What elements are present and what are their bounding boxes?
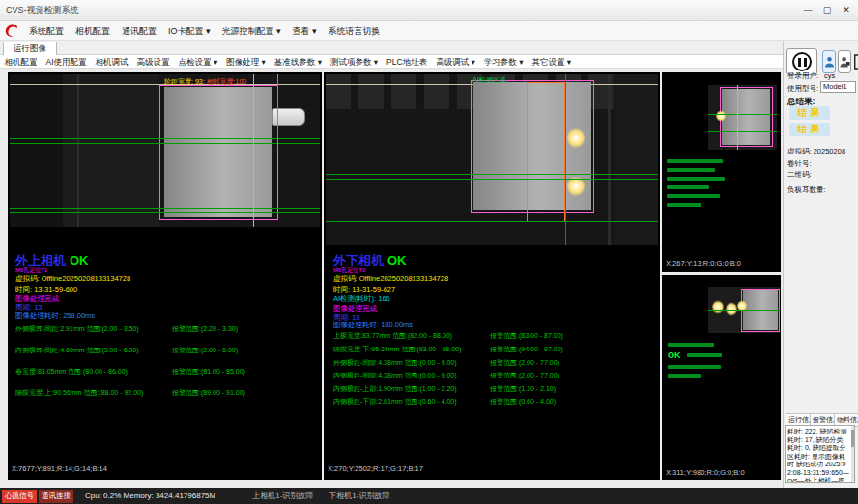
measure-line-green xyxy=(10,138,320,139)
menu-language-switch[interactable]: 系统语言切换 xyxy=(323,21,386,41)
log-scrollbar[interactable] xyxy=(851,426,854,482)
thumbnail-image-top[interactable] xyxy=(708,85,777,150)
elapsed-line: 图像处理耗时: 180.00ms xyxy=(333,321,413,330)
title-bar: CVS-视觉检测系统 — ▢ ✕ xyxy=(0,0,858,21)
menu-light-config[interactable]: 光源控制配置 ▾ xyxy=(216,21,287,41)
result-text-line xyxy=(668,343,714,347)
tool-other-settings[interactable]: 其它设置 ▾ xyxy=(528,55,576,69)
tool-ai-config[interactable]: AI使用配置 xyxy=(42,55,91,69)
window-controls: — ▢ ✕ xyxy=(798,2,856,17)
highlight-glow xyxy=(567,127,585,149)
tool-advanced-debug[interactable]: 高级调试 ▾ xyxy=(432,55,480,69)
annotation-yellow: 轮距宽度: 93; xyxy=(164,78,205,85)
elapsed-line: 图像处理耗时: 258.00ms xyxy=(15,311,95,321)
tool-baseline-params[interactable]: 基准线参数 ▾ xyxy=(270,55,326,69)
menu-system-config[interactable]: 系统配置 xyxy=(23,21,70,41)
camera-name: 外下相机 xyxy=(333,253,384,267)
alarm-range: 报警范围:(1.10 - 2.10) xyxy=(490,384,556,394)
menu-camera-config[interactable]: 相机配置 xyxy=(70,21,116,41)
measure-value: 外侧极耳-间距:2.91mm 范围:(2.00 - 3.50) xyxy=(15,324,139,334)
measure-value: 内侧极距-下部:2.61mm 范围:(0.60 - 4.00) xyxy=(333,397,457,406)
pixel-coords-readout: X:311;Y:980;R:0;G:0;B:0 xyxy=(666,468,745,477)
result-text-line xyxy=(667,203,701,207)
user-gear-icon xyxy=(840,55,850,69)
tab-run-image[interactable]: 运行图像 xyxy=(3,42,57,55)
result-text-line xyxy=(668,374,701,378)
virtual-code-line: 虚拟码: Offline20250208133134728 xyxy=(333,274,448,284)
measure-line-green xyxy=(10,212,320,213)
highlight-glow xyxy=(712,300,724,314)
minimize-button[interactable]: — xyxy=(798,2,817,17)
virtual-code-label-text: 虚拟码: xyxy=(787,147,812,155)
image-shade xyxy=(10,74,63,227)
user-manage-button[interactable] xyxy=(838,50,851,73)
alarm-range: 报警范围:(83.00 - 87.00) xyxy=(490,331,563,341)
camera-image-upper[interactable]: 轮距宽度: 93; 相邻宽度:100 xyxy=(10,74,320,227)
measure-line-green-v xyxy=(565,74,566,245)
run-info-log[interactable]: 耗时: 222, 缺陷检测耗时: 17, 缺陷分类耗时: 0, 缺陷提取分区耗时… xyxy=(785,425,855,483)
measure-row: 内侧极距-下部:2.61mm 范围:(0.60 - 4.00) 报警范围:(0.… xyxy=(333,397,652,406)
app-logo-icon xyxy=(4,23,21,39)
result-text-line xyxy=(667,177,725,181)
roi-outline-magenta xyxy=(159,85,278,220)
close-button[interactable]: ✕ xyxy=(837,2,856,17)
time-line: 时间: 13-31-59-627 xyxy=(333,285,395,294)
negative-tab-count-label: 负极耳数量: xyxy=(787,185,826,195)
measure-line-green xyxy=(708,131,777,132)
tool-plc-address[interactable]: PLC地址表 xyxy=(383,55,432,69)
thumbnail-panel-top: X:267;Y:13;R:0;G:0;B:0 xyxy=(662,72,781,272)
status-bar: 心跳信号 通讯连接 Cpu: 0.2% Memory: 3424.4179687… xyxy=(0,488,858,504)
result-text-line xyxy=(668,365,721,369)
tool-learning-params[interactable]: 学习参数 ▾ xyxy=(479,55,528,69)
user-login-button[interactable] xyxy=(822,50,836,73)
qr-code-label: 二维码: xyxy=(787,170,812,180)
annotation-red: 相邻宽度:100 xyxy=(207,78,247,85)
measure-line-green xyxy=(326,221,658,222)
measure-line-green xyxy=(10,143,320,144)
virtual-code-line: 虚拟码: Offline20250208133134728 xyxy=(15,274,130,284)
tool-spot-check[interactable]: 点检设置 ▾ xyxy=(174,55,222,69)
comm-status-badge: 通讯连接 xyxy=(39,490,73,503)
measure-value: 内侧极耳-间距:4.60mm 范围:(3.00 - 6.00) xyxy=(15,346,139,355)
alarm-range: 报警范围:(0.60 - 4.00) xyxy=(490,397,556,406)
pause-icon xyxy=(792,52,812,71)
user-icon xyxy=(824,55,835,69)
tool-test-params[interactable]: 测试项参数 ▾ xyxy=(326,55,382,69)
camera-image-lower[interactable]: AI检测区域 xyxy=(326,74,658,245)
model-field[interactable]: Model1 xyxy=(820,81,856,93)
ai-region-label: AI检测区域 xyxy=(472,75,506,85)
machine-edge xyxy=(608,74,611,245)
log-text: 耗时: 222, 缺陷检测耗时: 17, 缺陷分类耗时: 0, 缺陷提取分区耗时… xyxy=(787,428,849,483)
tool-camera-config[interactable]: 相机配置 xyxy=(0,55,42,69)
result-box-1: 结果 xyxy=(789,106,830,120)
thumbnail-panel-bottom: OK X:311;Y:980;R:0;G:0;B:0 xyxy=(662,275,781,480)
alarm-range: 报警范围:(2.00 - 77.00) xyxy=(490,371,559,380)
measure-row: 外侧极耳-间距:2.91mm 范围:(2.00 - 3.50) 报警范围:(2.… xyxy=(15,324,334,334)
app-window: CVS-视觉检测系统 — ▢ ✕ 系统配置 相机配置 通讯配置 IO卡配置 ▾ … xyxy=(0,0,858,504)
measure-line-green xyxy=(326,174,658,175)
measure-row: 内侧极耳-间距:4.60mm 范围:(3.00 - 6.00) 报警范围:(2.… xyxy=(15,346,334,355)
highlight-glow xyxy=(716,110,726,122)
exit-button[interactable] xyxy=(853,50,858,73)
heartbeat-status-badge: 心跳信号 xyxy=(2,490,37,503)
menu-view[interactable]: 查看 ▾ xyxy=(287,21,323,41)
measure-value: 上极宽度:83.77mm 范围:(82.00 - 88.00) xyxy=(333,331,452,341)
measure-value: 内侧极距-间隙:4.38mm 范围:(0.00 - 9.00) xyxy=(333,371,457,380)
thumbnail-image-bottom[interactable] xyxy=(708,287,780,333)
maximize-button[interactable]: ▢ xyxy=(817,2,837,17)
menu-io-config[interactable]: IO卡配置 ▾ xyxy=(162,21,216,41)
pixel-coords-readout: X:270;Y:2502;R:17;G:17;B:17 xyxy=(328,464,423,473)
measure-row: 内侧极距-间隙:4.38mm 范围:(0.00 - 9.00) 报警范围:(2.… xyxy=(333,371,652,380)
tool-image-processing[interactable]: 图像处理 ▾ xyxy=(222,55,271,69)
alarm-range: 报警范围:(2.00 - 77.00) xyxy=(490,358,559,368)
highlight-glow xyxy=(726,302,737,316)
menu-bar: 系统配置 相机配置 通讯配置 IO卡配置 ▾ 光源控制配置 ▾ 查看 ▾ 系统语… xyxy=(0,21,858,41)
tool-advanced-settings[interactable]: 高级设置 xyxy=(132,55,174,69)
measure-value: 卷宽度:83.05mm 范围:(80.00 - 86.00) xyxy=(15,367,128,377)
measure-value: 内侧极距-上部:1.90mm 范围:(1.00 - 2.20) xyxy=(333,384,457,394)
alarm-range: 报警范围:(2.00 - 6.00) xyxy=(172,346,238,355)
camera-status-ok: OK xyxy=(70,253,89,267)
menu-comm-config[interactable]: 通讯配置 xyxy=(116,21,162,41)
tool-camera-debug[interactable]: 相机调试 xyxy=(91,55,132,69)
measure-row: 隔膜宽度-下:95.24mm 范围:(93.00 - 98.00) 报警范围:(… xyxy=(333,345,652,354)
